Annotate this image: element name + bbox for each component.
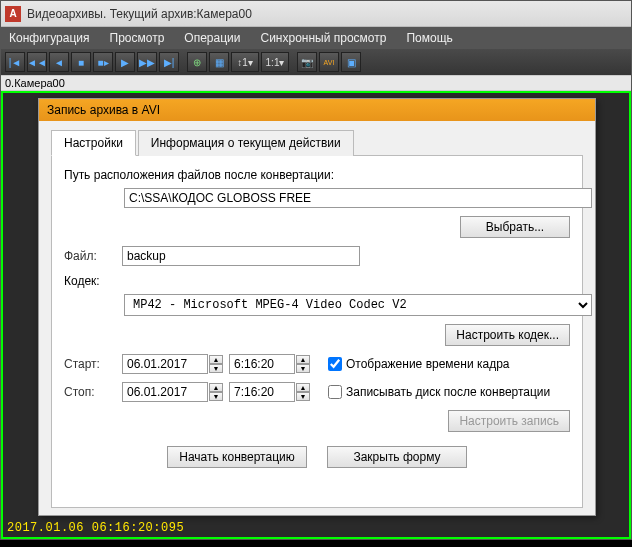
window-title: Видеоархивы. Текущий архив:Камера00 [27, 7, 252, 21]
timestamp-checkbox-label: Отображение времени кадра [346, 357, 509, 371]
start-time-spinner[interactable]: ▲▼ [296, 355, 310, 373]
dialog-tabs: Настройки Информация о текущем действии [51, 129, 583, 156]
stop-time-spinner[interactable]: ▲▼ [296, 383, 310, 401]
stop-date-input[interactable] [122, 382, 208, 402]
menu-view[interactable]: Просмотр [110, 31, 165, 45]
globe-icon[interactable]: ⊕ [187, 52, 207, 72]
speed1-icon[interactable]: ↕1▾ [231, 52, 259, 72]
tab-pane: Путь расположения файлов после конвертац… [51, 156, 583, 508]
start-convert-button[interactable]: Начать конвертацию [167, 446, 307, 468]
titlebar: A Видеоархивы. Текущий архив:Камера00 [1, 1, 631, 27]
video-timestamp: 2017.01.06 06:16:20:095 [7, 521, 184, 535]
camera-bar: 0.Камера00 [1, 75, 631, 91]
play-icon[interactable]: ▶ [115, 52, 135, 72]
stop-icon[interactable]: ■ [71, 52, 91, 72]
toolbar: |◄ ◄◄ ◄ ■ ■▸ ▶ ▶▶ ▶| ⊕ ▦ ↕1▾ 1:1▾ 📷 AVI … [1, 49, 631, 75]
menubar: Конфигурация Просмотр Операции Синхронны… [1, 27, 631, 49]
avi-icon[interactable]: AVI [319, 52, 339, 72]
burn-checkbox[interactable] [328, 385, 342, 399]
burn-checkbox-row[interactable]: Записывать диск после конвертации [328, 385, 550, 399]
video-viewport: Запись архива в AVI Настройки Информация… [1, 91, 631, 539]
menu-config[interactable]: Конфигурация [9, 31, 90, 45]
codec-settings-button[interactable]: Настроить кодек... [445, 324, 570, 346]
first-icon[interactable]: |◄ [5, 52, 25, 72]
close-form-button[interactable]: Закрыть форму [327, 446, 467, 468]
export-icon[interactable]: ▣ [341, 52, 361, 72]
start-label: Старт: [64, 357, 122, 371]
stop-label: Стоп: [64, 385, 122, 399]
timestamp-checkbox[interactable] [328, 357, 342, 371]
camera-label: 0.Камера00 [5, 77, 65, 89]
record-settings-button: Настроить запись [448, 410, 570, 432]
menu-ops[interactable]: Операции [184, 31, 240, 45]
tab-settings[interactable]: Настройки [51, 130, 136, 156]
file-input[interactable] [122, 246, 360, 266]
codec-select[interactable]: MP42 - Microsoft MPEG-4 Video Codec V2 [124, 294, 592, 316]
export-dialog: Запись архива в AVI Настройки Информация… [38, 98, 596, 516]
layout-icon[interactable]: ▦ [209, 52, 229, 72]
path-input[interactable] [124, 188, 592, 208]
codec-label: Кодек: [64, 274, 570, 288]
file-label: Файл: [64, 249, 122, 263]
tab-log[interactable]: Информация о текущем действии [138, 130, 354, 156]
last-icon[interactable]: ▶| [159, 52, 179, 72]
snapshot-icon[interactable]: 📷 [297, 52, 317, 72]
stop-date-spinner[interactable]: ▲▼ [209, 383, 223, 401]
stop-time-input[interactable] [229, 382, 295, 402]
rewind-icon[interactable]: ◄◄ [27, 52, 47, 72]
timestamp-checkbox-row[interactable]: Отображение времени кадра [328, 357, 509, 371]
path-label: Путь расположения файлов после конвертац… [64, 168, 570, 182]
menu-sync[interactable]: Синхронный просмотр [260, 31, 386, 45]
ff-icon[interactable]: ▶▶ [137, 52, 157, 72]
play-step-icon[interactable]: ■▸ [93, 52, 113, 72]
dialog-title: Запись архива в AVI [39, 99, 595, 121]
prev-icon[interactable]: ◄ [49, 52, 69, 72]
app-icon: A [5, 6, 21, 22]
start-date-input[interactable] [122, 354, 208, 374]
speed2-icon[interactable]: 1:1▾ [261, 52, 289, 72]
browse-button[interactable]: Выбрать... [460, 216, 570, 238]
start-date-spinner[interactable]: ▲▼ [209, 355, 223, 373]
main-window: A Видеоархивы. Текущий архив:Камера00 Ко… [0, 0, 632, 540]
burn-checkbox-label: Записывать диск после конвертации [346, 385, 550, 399]
menu-help[interactable]: Помощь [406, 31, 452, 45]
start-time-input[interactable] [229, 354, 295, 374]
